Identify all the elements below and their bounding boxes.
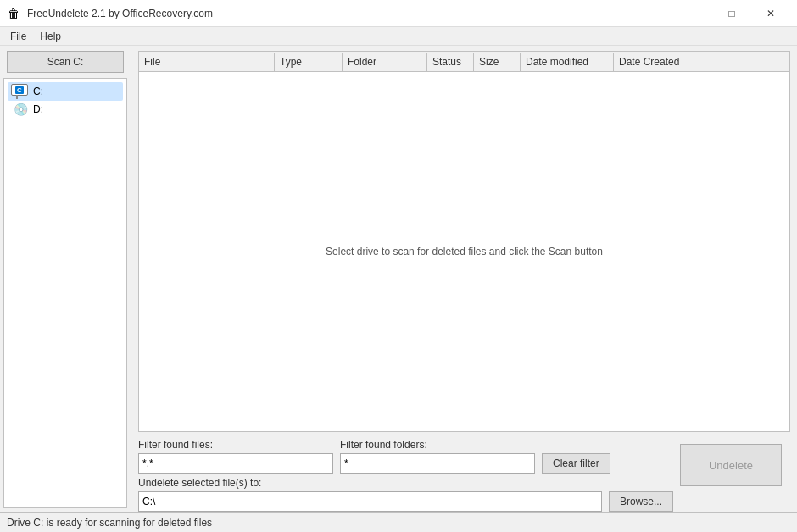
title-bar: 🗑 FreeUndelete 2.1 by OfficeRecovery.com…: [0, 0, 797, 27]
clear-filter-button[interactable]: Clear filter: [542, 453, 610, 474]
app-title: FreeUndelete 2.1 by OfficeRecovery.com: [27, 8, 213, 19]
close-button[interactable]: ✕: [751, 0, 790, 27]
col-header-created[interactable]: Date Created: [614, 53, 789, 71]
undelete-path-row: Browse...: [138, 491, 790, 512]
col-header-folder[interactable]: Folder: [343, 53, 427, 71]
filter-folders-label: Filter found folders:: [340, 439, 535, 451]
file-table-body: Select drive to scan for deleted files a…: [139, 72, 789, 431]
window-controls: ─ □ ✕: [673, 0, 790, 27]
left-panel: Scan C: C C: 💿 D: [0, 46, 131, 512]
file-table-container: File Type Folder Status Size Date modifi…: [138, 51, 790, 432]
filter-files-input[interactable]: [138, 453, 333, 474]
undelete-section: Undelete: [680, 444, 790, 486]
app-icon: 🗑: [7, 7, 20, 20]
col-header-status[interactable]: Status: [427, 53, 474, 71]
drive-c-icon: C: [11, 84, 30, 99]
status-bar: Drive C: is ready for scanning for delet…: [0, 512, 797, 532]
menu-help[interactable]: Help: [33, 29, 68, 44]
menu-file[interactable]: File: [3, 29, 33, 44]
empty-message: Select drive to scan for deleted files a…: [326, 246, 603, 258]
filter-files-label: Filter found files:: [138, 439, 333, 451]
menu-bar: File Help: [0, 27, 797, 46]
filter-files-group: Filter found files:: [138, 439, 333, 474]
title-bar-left: 🗑 FreeUndelete 2.1 by OfficeRecovery.com: [7, 7, 213, 20]
scan-button[interactable]: Scan C:: [7, 51, 124, 73]
undelete-button[interactable]: Undelete: [680, 444, 782, 486]
col-header-size[interactable]: Size: [474, 53, 521, 71]
drive-c-label: C:: [33, 86, 43, 97]
col-header-type[interactable]: Type: [275, 53, 343, 71]
maximize-button[interactable]: □: [712, 0, 751, 27]
filter-folders-input[interactable]: [340, 453, 535, 474]
browse-button[interactable]: Browse...: [609, 491, 673, 512]
file-table-header: File Type Folder Status Size Date modifi…: [139, 52, 789, 72]
col-header-modified[interactable]: Date modified: [521, 53, 614, 71]
filter-folders-group: Filter found folders:: [340, 439, 535, 474]
status-text: Drive C: is ready for scanning for delet…: [7, 517, 212, 529]
drive-list: C C: 💿 D:: [3, 78, 127, 508]
drive-d-label: D:: [33, 103, 43, 115]
drive-item-d[interactable]: 💿 D:: [8, 101, 123, 118]
drive-d-icon: 💿: [11, 103, 30, 116]
col-header-file[interactable]: File: [139, 53, 275, 71]
minimize-button[interactable]: ─: [673, 0, 712, 27]
undelete-path-input[interactable]: [138, 491, 602, 512]
drive-item-c[interactable]: C C:: [8, 82, 123, 101]
